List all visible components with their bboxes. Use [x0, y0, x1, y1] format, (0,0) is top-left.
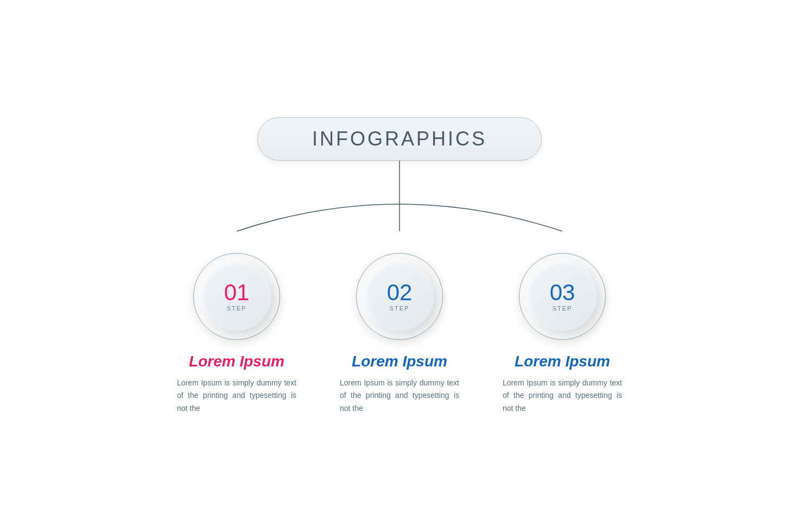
step-3-label: STEP [553, 305, 573, 312]
step-3-number: 03 [550, 281, 575, 304]
step-2-body: Lorem Ipsum is simply dummy text of the … [340, 377, 459, 414]
step-1-circle-outer: 01 STEP [193, 253, 280, 340]
step-2-circle-outer: 02 STEP [356, 253, 443, 340]
step-1-circle-inner: 01 STEP [202, 262, 271, 331]
step-1-number: 01 [224, 281, 250, 304]
step-1-body: Lorem Ipsum is simply dummy text of the … [177, 377, 296, 414]
step-3-heading: Lorem Ipsum [515, 353, 610, 370]
steps-row: 01 STEP Lorem Ipsum Lorem Ipsum is simpl… [155, 253, 644, 414]
step-2-heading: Lorem Ipsum [352, 353, 447, 370]
step-3-circle-inner: 03 STEP [528, 262, 597, 331]
step-1-label: STEP [227, 305, 247, 312]
step-1-heading: Lorem Ipsum [189, 353, 284, 370]
title-pill: INFOGRAPHICS [257, 117, 542, 161]
step-item-2: 02 STEP Lorem Ipsum Lorem Ipsum is simpl… [318, 253, 481, 414]
infographic-container: INFOGRAPHICS 01 STEP Lorem Ipsum Lorem I… [101, 117, 698, 414]
step-item-1: 01 STEP Lorem Ipsum Lorem Ipsum is simpl… [155, 253, 318, 414]
title-text: INFOGRAPHICS [312, 128, 487, 150]
connector-svg [155, 161, 644, 258]
step-2-number: 02 [387, 281, 413, 304]
step-3-body: Lorem Ipsum is simply dummy text of the … [503, 377, 622, 414]
step-2-circle-inner: 02 STEP [365, 262, 434, 331]
step-3-circle-outer: 03 STEP [519, 253, 606, 340]
step-2-label: STEP [390, 305, 410, 312]
step-item-3: 03 STEP Lorem Ipsum Lorem Ipsum is simpl… [481, 253, 644, 414]
